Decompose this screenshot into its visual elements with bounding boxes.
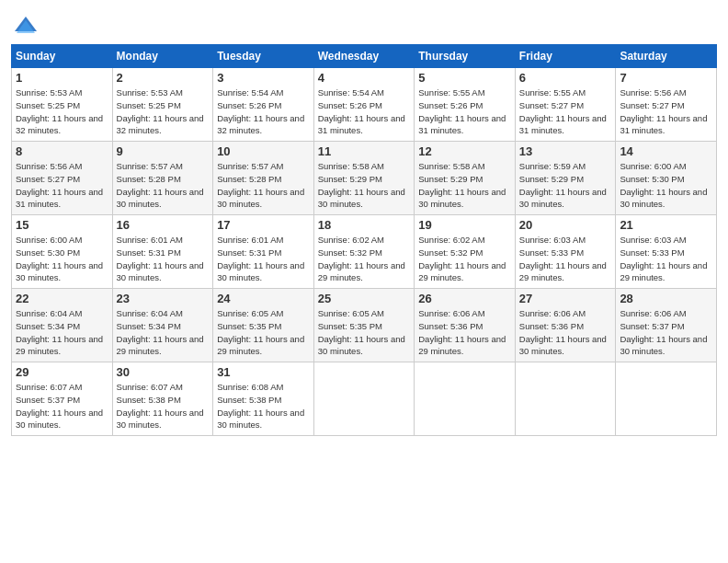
day-number: 4	[318, 71, 411, 85]
calendar-cell: 17Sunrise: 6:01 AMSunset: 5:31 PMDayligh…	[213, 215, 314, 289]
day-number: 15	[16, 218, 108, 232]
day-info: Sunrise: 5:54 AMSunset: 5:26 PMDaylight:…	[217, 86, 310, 137]
day-info: Sunrise: 6:00 AMSunset: 5:30 PMDaylight:…	[620, 160, 712, 211]
calendar-cell: 15Sunrise: 6:00 AMSunset: 5:30 PMDayligh…	[12, 215, 113, 289]
calendar-cell: 10Sunrise: 5:57 AMSunset: 5:28 PMDayligh…	[213, 142, 314, 215]
day-number: 22	[16, 292, 108, 305]
day-info: Sunrise: 6:04 AMSunset: 5:34 PMDaylight:…	[117, 307, 210, 358]
day-number: 25	[318, 292, 411, 305]
day-info: Sunrise: 6:02 AMSunset: 5:32 PMDaylight:…	[418, 234, 511, 284]
calendar-cell: 25Sunrise: 6:05 AMSunset: 5:35 PMDayligh…	[313, 289, 415, 362]
calendar-cell: 5Sunrise: 5:55 AMSunset: 5:26 PMDaylight…	[415, 68, 516, 142]
header-wednesday: Wednesday	[313, 45, 415, 68]
calendar-cell	[415, 362, 516, 436]
day-info: Sunrise: 5:59 AMSunset: 5:29 PMDaylight:…	[519, 160, 612, 211]
calendar-cell: 22Sunrise: 6:04 AMSunset: 5:34 PMDayligh…	[12, 289, 113, 362]
day-number: 26	[418, 292, 511, 305]
header-friday: Friday	[515, 45, 616, 68]
day-number: 27	[519, 292, 612, 305]
day-number: 11	[318, 144, 411, 158]
day-info: Sunrise: 6:00 AMSunset: 5:30 PMDaylight:…	[16, 234, 108, 284]
calendar-cell: 19Sunrise: 6:02 AMSunset: 5:32 PMDayligh…	[415, 215, 516, 289]
day-info: Sunrise: 6:07 AMSunset: 5:37 PMDaylight:…	[16, 381, 108, 431]
calendar-cell: 16Sunrise: 6:01 AMSunset: 5:31 PMDayligh…	[112, 215, 213, 289]
header-thursday: Thursday	[415, 45, 516, 68]
day-info: Sunrise: 5:55 AMSunset: 5:27 PMDaylight:…	[519, 86, 612, 137]
day-number: 18	[318, 218, 411, 232]
day-info: Sunrise: 5:57 AMSunset: 5:28 PMDaylight:…	[117, 160, 210, 211]
header-saturday: Saturday	[616, 45, 717, 68]
day-number: 19	[418, 218, 511, 232]
day-info: Sunrise: 6:05 AMSunset: 5:35 PMDaylight:…	[217, 307, 310, 358]
day-number: 20	[519, 218, 612, 232]
calendar-table: SundayMondayTuesdayWednesdayThursdayFrid…	[11, 44, 717, 436]
calendar-cell: 4Sunrise: 5:54 AMSunset: 5:26 PMDaylight…	[313, 68, 415, 142]
day-number: 23	[117, 292, 210, 305]
day-info: Sunrise: 5:53 AMSunset: 5:25 PMDaylight:…	[16, 86, 108, 137]
day-info: Sunrise: 6:06 AMSunset: 5:36 PMDaylight:…	[418, 307, 511, 358]
logo-icon	[13, 13, 39, 39]
day-number: 13	[519, 144, 612, 158]
day-info: Sunrise: 6:03 AMSunset: 5:33 PMDaylight:…	[620, 234, 712, 284]
day-info: Sunrise: 6:03 AMSunset: 5:33 PMDaylight:…	[519, 234, 612, 284]
day-number: 21	[620, 218, 712, 232]
calendar-cell: 1Sunrise: 5:53 AMSunset: 5:25 PMDaylight…	[12, 68, 113, 142]
day-number: 30	[117, 365, 210, 379]
calendar-week-row: 1Sunrise: 5:53 AMSunset: 5:25 PMDaylight…	[12, 68, 717, 142]
day-info: Sunrise: 5:54 AMSunset: 5:26 PMDaylight:…	[318, 86, 411, 137]
calendar-cell: 23Sunrise: 6:04 AMSunset: 5:34 PMDayligh…	[112, 289, 213, 362]
day-number: 2	[117, 71, 210, 85]
calendar-cell: 20Sunrise: 6:03 AMSunset: 5:33 PMDayligh…	[515, 215, 616, 289]
day-info: Sunrise: 5:58 AMSunset: 5:29 PMDaylight:…	[418, 160, 511, 211]
calendar-cell: 18Sunrise: 6:02 AMSunset: 5:32 PMDayligh…	[313, 215, 415, 289]
day-info: Sunrise: 6:07 AMSunset: 5:38 PMDaylight:…	[117, 381, 210, 431]
calendar-cell: 26Sunrise: 6:06 AMSunset: 5:36 PMDayligh…	[415, 289, 516, 362]
calendar-cell: 3Sunrise: 5:54 AMSunset: 5:26 PMDaylight…	[213, 68, 314, 142]
day-info: Sunrise: 5:55 AMSunset: 5:26 PMDaylight:…	[418, 86, 511, 137]
day-info: Sunrise: 6:08 AMSunset: 5:38 PMDaylight:…	[217, 381, 310, 431]
day-number: 14	[620, 144, 712, 158]
day-number: 10	[217, 144, 310, 158]
calendar-cell: 30Sunrise: 6:07 AMSunset: 5:38 PMDayligh…	[112, 362, 213, 436]
calendar-header-row: SundayMondayTuesdayWednesdayThursdayFrid…	[12, 45, 717, 68]
calendar-week-row: 8Sunrise: 5:56 AMSunset: 5:27 PMDaylight…	[12, 142, 717, 215]
calendar-cell: 31Sunrise: 6:08 AMSunset: 5:38 PMDayligh…	[213, 362, 314, 436]
day-info: Sunrise: 6:06 AMSunset: 5:36 PMDaylight:…	[519, 307, 612, 358]
day-number: 16	[117, 218, 210, 232]
logo	[11, 13, 39, 39]
calendar-cell	[313, 362, 415, 436]
calendar-cell: 28Sunrise: 6:06 AMSunset: 5:37 PMDayligh…	[616, 289, 717, 362]
calendar-cell: 9Sunrise: 5:57 AMSunset: 5:28 PMDaylight…	[112, 142, 213, 215]
day-info: Sunrise: 6:04 AMSunset: 5:34 PMDaylight:…	[16, 307, 108, 358]
calendar-cell	[616, 362, 717, 436]
calendar-week-row: 22Sunrise: 6:04 AMSunset: 5:34 PMDayligh…	[12, 289, 717, 362]
day-info: Sunrise: 5:58 AMSunset: 5:29 PMDaylight:…	[318, 160, 411, 211]
calendar-cell: 21Sunrise: 6:03 AMSunset: 5:33 PMDayligh…	[616, 215, 717, 289]
header	[11, 9, 717, 39]
day-number: 6	[519, 71, 612, 85]
header-tuesday: Tuesday	[213, 45, 314, 68]
day-number: 24	[217, 292, 310, 305]
calendar-cell	[515, 362, 616, 436]
day-number: 31	[217, 365, 310, 379]
day-number: 28	[620, 292, 712, 305]
day-info: Sunrise: 6:01 AMSunset: 5:31 PMDaylight:…	[217, 234, 310, 284]
calendar-cell: 11Sunrise: 5:58 AMSunset: 5:29 PMDayligh…	[313, 142, 415, 215]
day-info: Sunrise: 6:06 AMSunset: 5:37 PMDaylight:…	[620, 307, 712, 358]
calendar-cell: 6Sunrise: 5:55 AMSunset: 5:27 PMDaylight…	[515, 68, 616, 142]
header-monday: Monday	[112, 45, 213, 68]
day-number: 8	[16, 144, 108, 158]
day-info: Sunrise: 6:01 AMSunset: 5:31 PMDaylight:…	[117, 234, 210, 284]
day-number: 9	[117, 144, 210, 158]
calendar-cell: 2Sunrise: 5:53 AMSunset: 5:25 PMDaylight…	[112, 68, 213, 142]
day-info: Sunrise: 6:05 AMSunset: 5:35 PMDaylight:…	[318, 307, 411, 358]
header-sunday: Sunday	[12, 45, 113, 68]
day-number: 5	[418, 71, 511, 85]
day-info: Sunrise: 5:53 AMSunset: 5:25 PMDaylight:…	[117, 86, 210, 137]
calendar-cell: 7Sunrise: 5:56 AMSunset: 5:27 PMDaylight…	[616, 68, 717, 142]
day-info: Sunrise: 6:02 AMSunset: 5:32 PMDaylight:…	[318, 234, 411, 284]
calendar-cell: 12Sunrise: 5:58 AMSunset: 5:29 PMDayligh…	[415, 142, 516, 215]
calendar-cell: 8Sunrise: 5:56 AMSunset: 5:27 PMDaylight…	[12, 142, 113, 215]
day-number: 3	[217, 71, 310, 85]
day-number: 1	[16, 71, 108, 85]
